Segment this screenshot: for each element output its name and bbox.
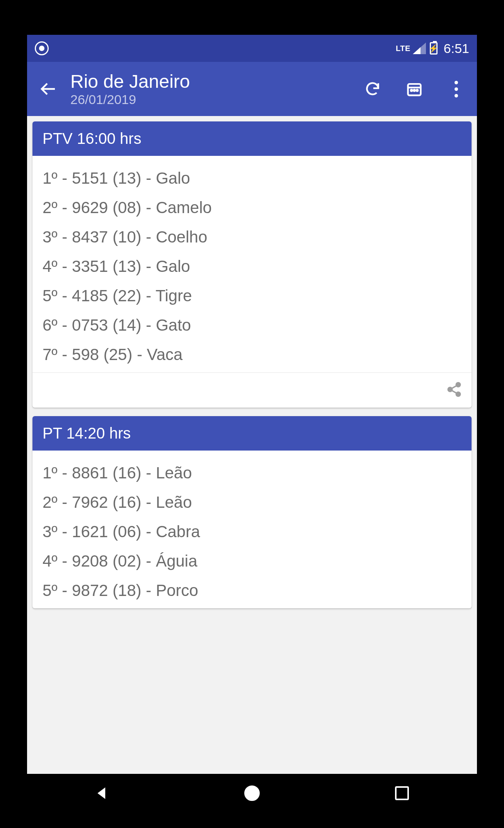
card-header: PTV 16:00 hrs (32, 121, 472, 156)
result-row: 4º - 3351 (13) - Galo (43, 252, 461, 281)
more-vert-icon (455, 81, 458, 97)
result-row: 3º - 1621 (06) - Cabra (43, 517, 461, 546)
nav-home-button[interactable] (240, 782, 264, 805)
svg-point-5 (411, 90, 412, 91)
card-header: PT 14:20 hrs (32, 416, 472, 451)
status-dot-icon (35, 41, 49, 55)
battery-charging-icon: ⚡ (430, 42, 438, 55)
result-row: 5º - 4185 (22) - Tigre (43, 281, 461, 311)
screen: LTE ⚡ 6:51 Rio de Janeiro 26/01/2019 (27, 35, 477, 774)
svg-point-8 (456, 383, 460, 387)
result-row: 2º - 7962 (16) - Leão (43, 488, 461, 517)
android-nav-bar (27, 774, 477, 813)
svg-point-9 (448, 388, 452, 392)
svg-line-12 (452, 391, 456, 393)
content[interactable]: PTV 16:00 hrs 1º - 5151 (13) - Galo 2º -… (27, 116, 477, 774)
page-title: Rio de Janeiro (70, 71, 342, 92)
card-body: 1º - 5151 (13) - Galo 2º - 9629 (08) - C… (32, 156, 472, 372)
result-row: 7º - 598 (25) - Vaca (43, 340, 461, 369)
card-footer (32, 372, 472, 408)
nav-back-button[interactable] (90, 782, 114, 805)
svg-line-11 (452, 386, 456, 388)
svg-point-6 (414, 90, 415, 91)
result-row: 5º - 9872 (18) - Porco (43, 576, 461, 605)
title-block: Rio de Janeiro 26/01/2019 (70, 71, 342, 107)
status-clock: 6:51 (444, 41, 469, 56)
signal-icon (413, 43, 426, 54)
app-bar: Rio de Janeiro 26/01/2019 (27, 62, 477, 116)
device-frame: LTE ⚡ 6:51 Rio de Janeiro 26/01/2019 (0, 0, 504, 828)
svg-point-10 (456, 392, 460, 396)
status-right: LTE ⚡ 6:51 (396, 41, 469, 56)
back-button[interactable] (36, 77, 60, 101)
result-row: 1º - 8861 (16) - Leão (43, 458, 461, 488)
circle-icon (244, 785, 260, 801)
page-subtitle: 26/01/2019 (70, 92, 342, 107)
status-bar: LTE ⚡ 6:51 (27, 35, 477, 62)
result-row: 6º - 0753 (14) - Gato (43, 311, 461, 340)
result-row: 1º - 5151 (13) - Galo (43, 164, 461, 193)
share-button[interactable] (444, 380, 464, 399)
result-row: 3º - 8437 (10) - Coelho (43, 222, 461, 252)
result-row: 2º - 9629 (08) - Camelo (43, 193, 461, 222)
calendar-button[interactable] (403, 77, 426, 101)
square-icon (395, 786, 409, 800)
more-button[interactable] (444, 77, 468, 101)
card-body: 1º - 8861 (16) - Leão 2º - 7962 (16) - L… (32, 451, 472, 608)
svg-marker-13 (97, 787, 105, 799)
nav-recent-button[interactable] (390, 782, 414, 805)
result-card: PTV 16:00 hrs 1º - 5151 (13) - Galo 2º -… (32, 121, 472, 408)
svg-point-7 (417, 90, 418, 91)
refresh-button[interactable] (361, 77, 384, 101)
network-lte-label: LTE (396, 44, 410, 53)
svg-marker-1 (413, 47, 421, 54)
result-row: 4º - 9208 (02) - Águia (43, 546, 461, 576)
result-card: PT 14:20 hrs 1º - 8861 (16) - Leão 2º - … (32, 416, 472, 608)
